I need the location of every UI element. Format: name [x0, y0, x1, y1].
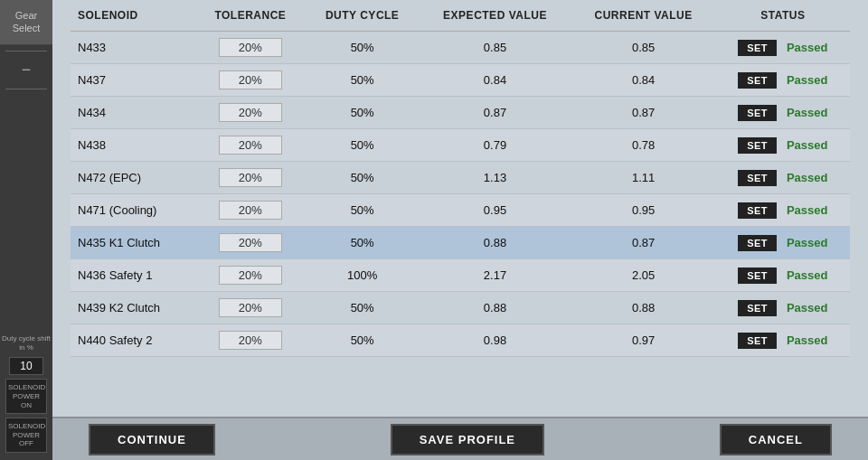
sidebar: Gear Select − Duty cycle shift in % SOLE… [0, 0, 52, 460]
tolerance-input[interactable] [219, 103, 282, 122]
table-row: N472 (EPC) 50% 1.13 1.11 SET Passed [71, 162, 850, 194]
status-badge: Passed [787, 171, 828, 184]
tolerance-input[interactable] [219, 70, 282, 89]
cell-status: SET Passed [716, 292, 850, 324]
solenoid-power-on-button[interactable]: SOLENOID POWER ON [5, 379, 47, 414]
table-header-row: SOLENOID TOLERANCE DUTY CYCLE EXPECTED V… [71, 0, 850, 32]
table-row: N437 50% 0.84 0.84 SET Passed [71, 64, 850, 97]
cell-status: SET Passed [716, 259, 850, 292]
cell-current-value: 0.88 [571, 292, 716, 324]
set-button[interactable]: SET [738, 105, 777, 121]
table-row: N436 Safety 1 100% 2.17 2.05 SET Passed [71, 259, 850, 292]
cancel-button[interactable]: CANCEL [720, 424, 832, 455]
set-button[interactable]: SET [738, 137, 777, 154]
table-row: N471 (Cooling) 50% 0.95 0.95 SET Passed [71, 194, 850, 227]
header-solenoid: SOLENOID [71, 0, 195, 32]
table-row: N440 Safety 2 50% 0.98 0.97 SET Passed [71, 324, 850, 357]
cell-duty-cycle: 50% [306, 227, 419, 259]
cell-solenoid: N440 Safety 2 [71, 324, 195, 357]
cell-duty-cycle: 50% [306, 32, 419, 64]
cell-solenoid: N434 [71, 97, 195, 129]
cell-tolerance [195, 292, 306, 324]
status-badge: Passed [787, 106, 828, 119]
gear-select-panel: Gear Select [0, 0, 52, 45]
header-status: STATUS [716, 0, 850, 32]
tolerance-input[interactable] [219, 168, 282, 187]
cell-solenoid: N439 K2 Clutch [71, 292, 195, 324]
table-row: N438 50% 0.79 0.78 SET Passed [71, 129, 850, 162]
set-button[interactable]: SET [738, 170, 777, 186]
cell-current-value: 0.78 [571, 129, 716, 162]
cell-duty-cycle: 50% [306, 194, 419, 227]
status-badge: Passed [787, 268, 828, 282]
cell-duty-cycle: 50% [306, 64, 419, 97]
cell-current-value: 0.84 [571, 64, 716, 97]
cell-tolerance [195, 97, 306, 129]
cell-solenoid: N435 K1 Clutch [71, 227, 195, 259]
cell-status: SET Passed [716, 32, 850, 64]
status-badge: Passed [787, 236, 828, 249]
cell-tolerance [195, 227, 306, 259]
duty-cycle-label: Duty cycle shift in % [0, 333, 52, 353]
header-duty-cycle: DUTY CYCLE [306, 0, 419, 32]
cell-current-value: 0.95 [571, 194, 716, 227]
set-button[interactable]: SET [738, 235, 777, 251]
cell-expected-value: 0.98 [419, 324, 571, 357]
cell-duty-cycle: 100% [306, 259, 419, 292]
set-button[interactable]: SET [738, 202, 777, 219]
continue-button[interactable]: CONTINUE [89, 424, 215, 455]
tolerance-input[interactable] [219, 298, 282, 317]
set-button[interactable]: SET [738, 40, 777, 56]
cell-status: SET Passed [716, 324, 850, 357]
cell-status: SET Passed [716, 162, 850, 194]
minus-button[interactable]: − [18, 57, 35, 83]
cell-status: SET Passed [716, 64, 850, 97]
status-badge: Passed [787, 138, 828, 152]
status-badge: Passed [787, 73, 828, 87]
cell-current-value: 0.85 [571, 32, 716, 64]
table-area: SOLENOID TOLERANCE DUTY CYCLE EXPECTED V… [52, 0, 868, 417]
set-button[interactable]: SET [738, 333, 777, 349]
cell-status: SET Passed [716, 129, 850, 162]
cell-tolerance [195, 162, 306, 194]
tolerance-input[interactable] [219, 201, 282, 220]
cell-solenoid: N472 (EPC) [71, 162, 195, 194]
main-content: SOLENOID TOLERANCE DUTY CYCLE EXPECTED V… [52, 0, 868, 460]
cell-solenoid: N433 [71, 32, 195, 64]
cell-expected-value: 0.95 [419, 194, 571, 227]
cell-tolerance [195, 324, 306, 357]
tolerance-input[interactable] [219, 233, 282, 252]
header-current-value: CURRENT VALUE [571, 0, 716, 32]
solenoid-power-off-button[interactable]: SOLENOID POWER OFF [5, 418, 47, 453]
tolerance-input[interactable] [219, 331, 282, 350]
cell-duty-cycle: 50% [306, 324, 419, 357]
sidebar-divider-1 [5, 51, 47, 52]
cell-solenoid: N471 (Cooling) [71, 194, 195, 227]
cell-expected-value: 0.79 [419, 129, 571, 162]
cell-current-value: 1.11 [571, 162, 716, 194]
cell-tolerance [195, 64, 306, 97]
cell-expected-value: 0.88 [419, 227, 571, 259]
tolerance-input[interactable] [219, 38, 282, 57]
cell-duty-cycle: 50% [306, 97, 419, 129]
cell-expected-value: 0.88 [419, 292, 571, 324]
cell-tolerance [195, 32, 306, 64]
cell-expected-value: 0.87 [419, 97, 571, 129]
cell-solenoid: N436 Safety 1 [71, 259, 195, 292]
cell-status: SET Passed [716, 97, 850, 129]
set-button[interactable]: SET [738, 268, 777, 284]
solenoid-table: SOLENOID TOLERANCE DUTY CYCLE EXPECTED V… [71, 0, 850, 357]
cell-status: SET Passed [716, 194, 850, 227]
tolerance-input[interactable] [219, 266, 282, 285]
set-button[interactable]: SET [738, 300, 777, 316]
gear-label: Gear [2, 10, 51, 22]
cell-tolerance [195, 129, 306, 162]
cell-tolerance [195, 259, 306, 292]
table-row: N439 K2 Clutch 50% 0.88 0.88 SET Passed [71, 292, 850, 324]
set-button[interactable]: SET [738, 72, 777, 89]
tolerance-input[interactable] [219, 136, 282, 155]
cell-expected-value: 2.17 [419, 259, 571, 292]
cell-expected-value: 1.13 [419, 162, 571, 194]
duty-cycle-input[interactable] [9, 357, 43, 375]
save-profile-button[interactable]: SAVE PROFILE [391, 424, 544, 455]
